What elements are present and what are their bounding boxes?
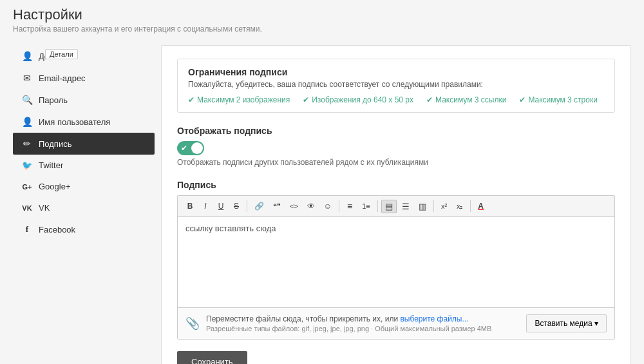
sidebar-item-twitter[interactable]: 🐦 Twitter <box>13 155 155 176</box>
twitter-icon: 🐦 <box>22 160 32 170</box>
constraint-item-lines: ✔ Максимум 3 строки <box>519 95 598 104</box>
editor-content: ссылку вставлять сюда <box>185 224 276 233</box>
toggle-section: Отображать подпись ✔ Отображать подписи … <box>177 126 615 167</box>
vk-icon: VK <box>22 204 32 212</box>
constraint-label: Максимум 2 изображения <box>197 95 290 104</box>
bold-button[interactable]: B <box>183 200 197 213</box>
sidebar-item-label: Email-адрес <box>39 73 86 83</box>
emoji-button[interactable]: ☺ <box>320 200 336 213</box>
toolbar-divider-3 <box>377 200 378 212</box>
toolbar-divider <box>247 200 247 212</box>
sidebar-item-label: Пароль <box>39 95 68 105</box>
googleplus-icon: G+ <box>22 183 32 191</box>
editor-section: Подпись B I U S 🔗 ❝❞ <> 👁 ☺ ≡ <box>177 180 615 340</box>
toggle-check-icon: ✔ <box>181 144 187 153</box>
sidebar-item-password[interactable]: 🔍 Пароль <box>13 89 155 111</box>
constraint-label: Изображения до 640 x 50 px <box>312 95 413 104</box>
sidebar-item-label: Имя пользователя <box>39 117 110 127</box>
sidebar-item-label: VK <box>39 203 50 213</box>
constraints-list: ✔ Максимум 2 изображения ✔ Изображения д… <box>188 95 604 104</box>
upload-filetypes: Разрешённые типы файлов: gif, jpeg, jpe,… <box>206 325 491 332</box>
align-left-button[interactable]: ▤ <box>381 200 397 213</box>
page-subtitle: Настройка вашего аккаунта и его интеграц… <box>13 24 631 34</box>
editor-body[interactable]: ссылку вставлять сюда <box>178 217 614 307</box>
constraints-title: Ограничения подписи <box>188 67 604 77</box>
user-icon: 👤 <box>22 51 32 61</box>
sidebar-item-facebook[interactable]: f Facebook <box>13 218 155 240</box>
editor-toolbar: B I U S 🔗 ❝❞ <> 👁 ☺ ≡ 1≡ ▤ <box>178 196 614 217</box>
main-content: Ограничения подписи Пожалуйста, убедитес… <box>161 45 631 364</box>
toggle-description: Отображать подписи других пользователей … <box>177 158 615 167</box>
sidebar-item-label: Подпись <box>39 139 71 149</box>
superscript-button[interactable]: x² <box>437 200 451 212</box>
person-icon: 👤 <box>22 117 32 127</box>
facebook-icon: f <box>22 224 32 235</box>
display-signature-toggle[interactable]: ✔ <box>177 141 204 155</box>
align-right-button[interactable]: ▥ <box>415 200 430 213</box>
toolbar-divider-5 <box>470 200 471 212</box>
save-button[interactable]: Сохранить <box>177 351 247 364</box>
constraints-subtitle: Пожалуйста, убедитесь, ваша подпись соот… <box>188 80 604 89</box>
sidebar-item-email[interactable]: ✉ Email-адрес <box>13 67 155 89</box>
preview-button[interactable]: 👁 <box>303 200 319 213</box>
sidebar-item-label: Twitter <box>39 160 63 170</box>
checkmark-icon: ✔ <box>519 95 526 104</box>
bullet-list-button[interactable]: ≡ <box>343 199 357 213</box>
page-wrapper: Настройки Настройка вашего аккаунта и ег… <box>0 0 644 364</box>
pencil-icon: ✏ <box>22 139 32 149</box>
editor-container: B I U S 🔗 ❝❞ <> 👁 ☺ ≡ 1≡ ▤ <box>177 195 615 340</box>
details-badge: Детали <box>45 49 78 59</box>
blockquote-button[interactable]: ❝❞ <box>269 200 285 213</box>
checkmark-icon: ✔ <box>426 95 433 104</box>
upload-info: Переместите файлы сюда, чтобы прикрепить… <box>206 314 491 332</box>
search-icon: 🔍 <box>22 95 32 105</box>
sidebar-item-username[interactable]: 👤 Имя пользователя <box>13 111 155 133</box>
insert-media-button[interactable]: Вставить медиа ▾ <box>526 314 607 332</box>
constraint-label: Максимум 3 ссылки <box>435 95 506 104</box>
sidebar-item-signature[interactable]: ✏ Подпись <box>13 133 155 155</box>
content-wrapper: 👤 Детали Детали ✉ Email-адрес 🔍 Пароль 👤… <box>0 39 644 364</box>
checkmark-icon: ✔ <box>188 95 194 104</box>
upload-area: 📎 Переместите файлы сюда, чтобы прикрепи… <box>178 307 614 339</box>
align-center-button[interactable]: ☰ <box>398 200 413 213</box>
toggle-row: ✔ <box>177 141 615 155</box>
upload-left: 📎 Переместите файлы сюда, чтобы прикрепи… <box>185 314 491 332</box>
toolbar-divider-2 <box>339 200 339 212</box>
constraint-label: Максимум 3 строки <box>528 95 598 104</box>
upload-text: Переместите файлы сюда, чтобы прикрепить… <box>206 314 491 323</box>
page-title: Настройки <box>13 6 631 23</box>
underline-button[interactable]: U <box>214 200 228 213</box>
paperclip-icon: 📎 <box>185 316 200 330</box>
checkmark-icon: ✔ <box>303 95 309 104</box>
sidebar-item-details[interactable]: 👤 Детали Детали <box>13 45 155 67</box>
sidebar-item-vk[interactable]: VK VK <box>13 197 155 218</box>
page-header: Настройки Настройка вашего аккаунта и ег… <box>0 0 644 39</box>
sidebar-item-label: Facebook <box>39 225 75 235</box>
sidebar-item-label: Google+ <box>39 182 71 191</box>
email-icon: ✉ <box>22 73 32 83</box>
numbered-list-button[interactable]: 1≡ <box>358 200 374 212</box>
constraint-item-image-size: ✔ Изображения до 640 x 50 px <box>303 95 413 104</box>
italic-button[interactable]: I <box>198 200 213 213</box>
toggle-label: Отображать подпись <box>177 126 615 136</box>
constraint-item-images: ✔ Максимум 2 изображения <box>188 95 290 104</box>
font-color-button[interactable]: A <box>474 200 488 213</box>
editor-label: Подпись <box>177 180 615 190</box>
save-section: Сохранить <box>177 351 615 364</box>
toolbar-divider-4 <box>433 200 434 212</box>
constraints-box: Ограничения подписи Пожалуйста, убедитес… <box>177 59 615 113</box>
subscript-button[interactable]: x₂ <box>453 200 467 213</box>
link-button[interactable]: 🔗 <box>251 200 268 213</box>
strikethrough-button[interactable]: S <box>229 200 243 213</box>
choose-files-link[interactable]: выберите файлы... <box>400 314 468 323</box>
sidebar-item-googleplus[interactable]: G+ Google+ <box>13 176 155 197</box>
upload-text-before-link: Переместите файлы сюда, чтобы прикрепить… <box>206 314 400 323</box>
sidebar: 👤 Детали Детали ✉ Email-адрес 🔍 Пароль 👤… <box>13 45 155 364</box>
constraint-item-links: ✔ Максимум 3 ссылки <box>426 95 506 104</box>
code-button[interactable]: <> <box>286 200 302 212</box>
